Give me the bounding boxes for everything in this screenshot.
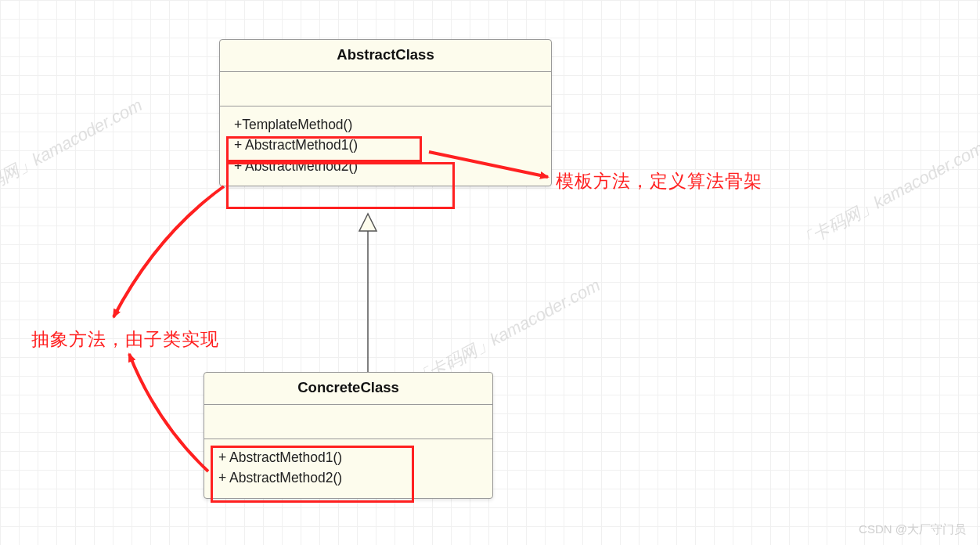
arrow-abstract-top (113, 186, 224, 317)
annotation-abstract-method: 抽象方法，由子类实现 (31, 327, 219, 352)
arrow-abstract-bottom (129, 354, 208, 471)
footer-credit: CSDN @大厂守门员 (859, 522, 966, 537)
uml-concrete-class: ConcreteClass + AbstractMethod1() + Abst… (204, 372, 493, 499)
abstract-class-attrs (220, 72, 551, 106)
method-abstract1: + AbstractMethod1() (234, 135, 537, 155)
concrete-method2: + AbstractMethod2() (218, 467, 478, 488)
abstract-class-methods: +TemplateMethod() + AbstractMethod1() + … (220, 106, 551, 186)
watermark-1: 「卡码网」kamacoder.com (0, 93, 146, 211)
concrete-method1: + AbstractMethod1() (218, 447, 478, 467)
abstract-class-name: AbstractClass (220, 40, 551, 72)
method-abstract2: + AbstractMethod2() (234, 156, 537, 176)
watermark-3: 「卡码网」kamacoder.com (794, 136, 980, 254)
concrete-class-attrs (204, 405, 492, 439)
generalization-arrowhead (359, 214, 377, 231)
method-template: +TemplateMethod() (234, 114, 537, 135)
uml-abstract-class: AbstractClass +TemplateMethod() + Abstra… (219, 39, 552, 186)
concrete-class-name: ConcreteClass (204, 373, 492, 405)
concrete-class-methods: + AbstractMethod1() + AbstractMethod2() (204, 439, 492, 498)
annotation-template-method: 模板方法，定义算法骨架 (556, 169, 762, 193)
